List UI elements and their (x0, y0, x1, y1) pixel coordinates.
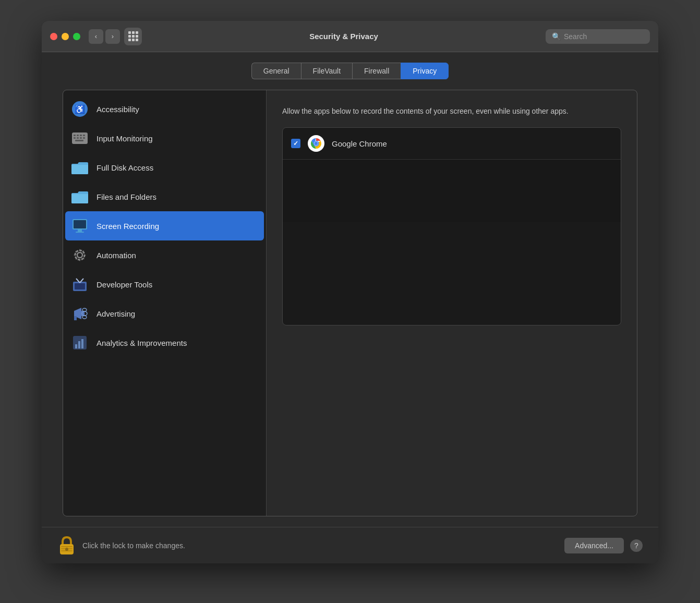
screen-recording-icon (71, 218, 88, 234)
svg-rect-4 (83, 135, 85, 136)
maximize-button[interactable] (73, 33, 80, 40)
minimize-button[interactable] (62, 33, 69, 40)
main-panel: ♿ Accessibility (63, 90, 637, 516)
advanced-button[interactable]: Advanced... (564, 538, 624, 553)
grid-button[interactable] (124, 28, 142, 45)
accessibility-icon: ♿ (71, 101, 88, 117)
sidebar-label-automation: Automation (96, 251, 136, 260)
svg-rect-2 (77, 135, 79, 136)
analytics-icon (71, 334, 88, 351)
bottom-bar: Click the lock to make changes. Advanced… (42, 527, 658, 563)
content-area: General FileVault Firewall Privacy ♿ Acc… (42, 52, 658, 527)
svg-rect-9 (75, 140, 83, 141)
nav-buttons: ‹ › (89, 29, 120, 44)
detail-panel: Allow the apps below to record the conte… (267, 90, 637, 516)
svg-rect-11 (74, 220, 86, 228)
svg-point-33 (315, 142, 318, 146)
sidebar-label-accessibility: Accessibility (96, 105, 139, 114)
svg-rect-28 (78, 341, 80, 348)
search-bar[interactable]: 🔍 (546, 29, 650, 44)
close-button[interactable] (50, 33, 57, 40)
svg-rect-3 (80, 135, 82, 136)
sidebar-item-screen-recording[interactable]: Screen Recording (65, 211, 264, 240)
svg-rect-17 (75, 283, 85, 290)
help-button[interactable]: ? (630, 539, 643, 552)
app-list: ✓ (282, 127, 621, 325)
traffic-lights (50, 33, 80, 40)
svg-rect-8 (83, 137, 85, 139)
sidebar-label-input-monitoring: Input Monitoring (96, 134, 153, 143)
svg-rect-35 (61, 546, 73, 547)
sidebar-item-files-and-folders[interactable]: Files and Folders (63, 182, 266, 211)
chrome-checkbox[interactable]: ✓ (291, 139, 300, 148)
sidebar-label-screen-recording: Screen Recording (96, 222, 159, 231)
forward-button[interactable]: › (105, 29, 120, 44)
tab-filevault[interactable]: FileVault (301, 63, 352, 79)
sidebar-item-developer-tools[interactable]: Developer Tools (63, 270, 266, 299)
tab-firewall[interactable]: Firewall (352, 63, 401, 79)
folder-full-disk-icon (71, 159, 88, 176)
sidebar-item-automation[interactable]: Automation (63, 240, 266, 270)
svg-rect-6 (77, 137, 79, 139)
svg-rect-5 (74, 137, 76, 139)
sidebar-label-developer-tools: Developer Tools (96, 280, 152, 289)
chrome-icon (308, 135, 324, 152)
search-input[interactable] (564, 32, 644, 41)
window-title: Security & Privacy (142, 32, 546, 41)
sidebar-label-advertising: Advertising (96, 309, 135, 318)
developer-tools-icon (71, 276, 88, 293)
tab-bar: General FileVault Firewall Privacy (63, 63, 637, 79)
sidebar: ♿ Accessibility (63, 90, 267, 516)
folder-files-icon (71, 188, 88, 205)
app-list-item-chrome[interactable]: ✓ (283, 128, 621, 160)
lock-label: Click the lock to make changes. (82, 541, 185, 550)
sidebar-item-advertising[interactable]: Advertising (63, 299, 266, 328)
svg-rect-12 (78, 230, 82, 232)
svg-rect-29 (81, 339, 83, 348)
sidebar-item-full-disk-access[interactable]: Full Disk Access (63, 153, 266, 182)
svg-rect-22 (74, 316, 77, 320)
advertising-icon (71, 305, 88, 322)
app-name-chrome: Google Chrome (332, 139, 387, 148)
sidebar-item-analytics[interactable]: Analytics & Improvements (63, 328, 266, 357)
checkbox-check: ✓ (293, 140, 298, 147)
svg-point-15 (75, 250, 85, 260)
detail-description: Allow the apps below to record the conte… (282, 106, 621, 117)
lock-icon (57, 535, 76, 556)
sidebar-label-analytics: Analytics & Improvements (96, 339, 187, 347)
lock-area[interactable]: Click the lock to make changes. (57, 535, 564, 556)
svg-rect-7 (80, 137, 82, 139)
titlebar: ‹ › Security & Privacy 🔍 (42, 21, 658, 52)
svg-rect-13 (76, 232, 84, 233)
lock-svg (59, 536, 75, 556)
back-button[interactable]: ‹ (89, 29, 103, 44)
svg-point-14 (77, 252, 82, 258)
sidebar-label-full-disk-access: Full Disk Access (96, 163, 153, 172)
app-list-empty-row (283, 160, 621, 222)
sidebar-item-accessibility[interactable]: ♿ Accessibility (63, 94, 266, 124)
svg-rect-27 (75, 344, 77, 348)
system-preferences-window: ‹ › Security & Privacy 🔍 General FileVau… (42, 21, 658, 563)
sidebar-item-input-monitoring[interactable]: Input Monitoring (63, 124, 266, 153)
grid-icon (128, 31, 138, 41)
keyboard-icon (71, 130, 88, 147)
svg-point-38 (65, 548, 68, 551)
tab-general[interactable]: General (251, 63, 301, 79)
gear-icon (71, 247, 88, 263)
sidebar-label-files-and-folders: Files and Folders (96, 192, 156, 201)
search-icon: 🔍 (552, 32, 561, 41)
tab-privacy[interactable]: Privacy (401, 63, 449, 79)
svg-rect-1 (74, 135, 76, 136)
